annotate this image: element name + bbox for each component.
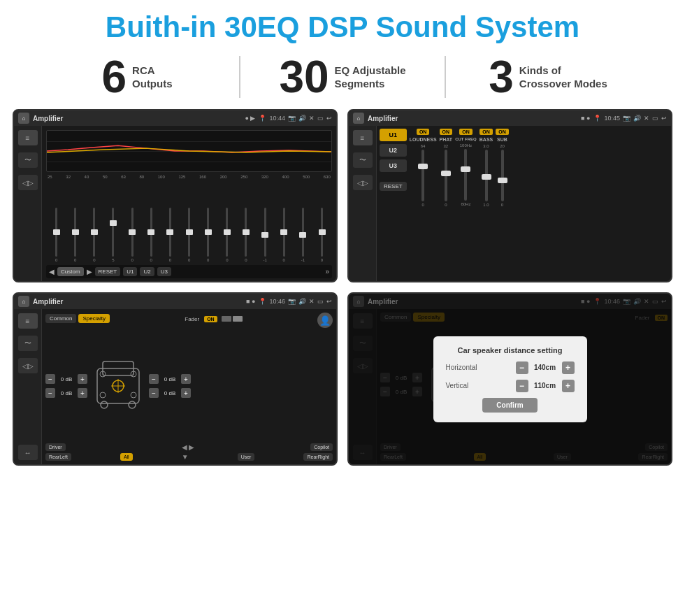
eq-next-icon[interactable]: ▶ bbox=[87, 268, 92, 275]
eq-slider-11[interactable]: -1 bbox=[257, 208, 274, 262]
sub-slider[interactable] bbox=[501, 150, 504, 201]
eq-thumb-9[interactable] bbox=[224, 229, 231, 235]
driver-btn[interactable]: Driver bbox=[45, 443, 66, 451]
eq-thumb-0[interactable] bbox=[53, 229, 60, 235]
loudness-thumb[interactable] bbox=[418, 164, 428, 169]
db-plus-bl[interactable]: + bbox=[78, 388, 87, 398]
u2-button[interactable]: U2 bbox=[380, 144, 407, 157]
bass-slider[interactable] bbox=[485, 150, 488, 201]
eq-slider-6[interactable]: 0 bbox=[161, 208, 179, 262]
right-arrow[interactable]: ▶ bbox=[189, 443, 194, 451]
horizontal-minus[interactable]: − bbox=[516, 361, 528, 374]
speaker-sidebar-wave[interactable]: 〜 bbox=[18, 336, 38, 351]
sub-on[interactable]: ON bbox=[496, 129, 509, 135]
tab-common[interactable]: Common bbox=[45, 314, 76, 323]
eq-slider-12[interactable]: 0 bbox=[275, 208, 293, 262]
home-icon[interactable]: ⌂ bbox=[18, 113, 29, 124]
bass-thumb[interactable] bbox=[482, 174, 491, 180]
eq-thumb-6[interactable] bbox=[166, 229, 173, 235]
eq-slider-7[interactable]: 0 bbox=[180, 208, 198, 262]
speaker-home-icon[interactable]: ⌂ bbox=[18, 296, 29, 307]
speaker-status-icons: 📍 10:46 📷 🔊 ✕ ▭ ↩ bbox=[259, 298, 332, 305]
eq-slider-10[interactable]: 0 bbox=[237, 208, 254, 262]
user-btn[interactable]: User bbox=[238, 453, 255, 461]
eq-slider-3[interactable]: 5 bbox=[104, 208, 122, 262]
eq-slider-8[interactable]: 0 bbox=[199, 208, 217, 262]
eq-slider-9[interactable]: 0 bbox=[218, 208, 236, 262]
eq-u3-btn[interactable]: U3 bbox=[157, 267, 171, 276]
eq-u2-btn[interactable]: U2 bbox=[140, 267, 154, 276]
rearleft-btn[interactable]: RearLeft bbox=[45, 453, 71, 461]
eq-thumb-14[interactable] bbox=[319, 229, 326, 235]
u3-button[interactable]: U3 bbox=[380, 159, 407, 172]
speaker-sidebar-eq[interactable]: ≡ bbox=[18, 313, 38, 329]
vertical-plus[interactable]: + bbox=[562, 380, 575, 392]
crossover-reset-btn[interactable]: RESET bbox=[380, 182, 407, 191]
eq-thumb-3[interactable] bbox=[110, 220, 117, 226]
confirm-button[interactable]: Confirm bbox=[482, 398, 537, 413]
db-plus-br[interactable]: + bbox=[181, 388, 191, 398]
eq-prev-icon[interactable]: ◀ bbox=[49, 268, 55, 275]
horizontal-plus[interactable]: + bbox=[562, 361, 575, 374]
rearright-btn[interactable]: RearRight bbox=[303, 453, 333, 461]
eq-u1-btn[interactable]: U1 bbox=[123, 267, 137, 276]
eq-reset-btn[interactable]: RESET bbox=[95, 267, 121, 276]
eq-thumb-2[interactable] bbox=[91, 229, 98, 235]
eq-thumb-8[interactable] bbox=[205, 229, 212, 235]
crossover-sidebar-eq[interactable]: ≡ bbox=[353, 130, 373, 145]
speaker-sidebar-4[interactable]: ↔ bbox=[18, 445, 38, 460]
speaker-sidebar-vol[interactable]: ◁▷ bbox=[18, 358, 38, 373]
db-minus-tr[interactable]: − bbox=[149, 374, 159, 384]
eq-thumb-7[interactable] bbox=[186, 229, 193, 235]
stat-divider-2 bbox=[445, 56, 446, 98]
cutfreq-on[interactable]: ON bbox=[459, 129, 473, 135]
eq-sidebar-wave[interactable]: 〜 bbox=[18, 152, 38, 168]
eq-slider-0[interactable]: 0 bbox=[48, 208, 65, 262]
copilot-btn[interactable]: Copilot bbox=[310, 443, 333, 451]
person-icon[interactable]: 👤 bbox=[317, 313, 333, 328]
fader-on-badge[interactable]: ON bbox=[204, 316, 217, 322]
vertical-minus[interactable]: − bbox=[516, 380, 528, 392]
sub-thumb[interactable] bbox=[498, 178, 507, 183]
phat-thumb[interactable] bbox=[441, 171, 451, 176]
eq-slider-13[interactable]: -1 bbox=[294, 208, 312, 262]
eq-slider-2[interactable]: 0 bbox=[85, 208, 103, 262]
all-btn[interactable]: All bbox=[120, 453, 133, 461]
eq-slider-5[interactable]: 0 bbox=[143, 208, 160, 262]
loudness-slider[interactable] bbox=[421, 150, 424, 201]
db-minus-bl[interactable]: − bbox=[45, 388, 55, 398]
eq-thumb-4[interactable] bbox=[129, 229, 136, 235]
u1-button[interactable]: U1 bbox=[380, 129, 407, 141]
crossover-home-icon[interactable]: ⌂ bbox=[353, 113, 364, 124]
eq-thumb-10[interactable] bbox=[243, 229, 250, 235]
loudness-on[interactable]: ON bbox=[417, 129, 430, 135]
eq-thumb-12[interactable] bbox=[280, 229, 287, 235]
right-db-controls: − 0 dB + − 0 dB + bbox=[149, 374, 191, 398]
eq-preset-custom[interactable]: Custom bbox=[57, 267, 84, 276]
eq-thumb-13[interactable] bbox=[299, 232, 306, 238]
crossover-sidebar-vol[interactable]: ◁▷ bbox=[353, 175, 373, 190]
crossover-sidebar-wave[interactable]: 〜 bbox=[353, 152, 373, 168]
db-plus-tl[interactable]: + bbox=[78, 374, 87, 384]
phat-slider[interactable] bbox=[445, 150, 447, 201]
eq-thumb-11[interactable] bbox=[261, 232, 268, 238]
tab-specialty[interactable]: Specialty bbox=[78, 314, 109, 323]
eq-slider-14[interactable]: 0 bbox=[313, 208, 331, 262]
phat-on[interactable]: ON bbox=[440, 129, 453, 135]
eq-slider-1[interactable]: 0 bbox=[66, 208, 84, 262]
eq-sidebar-eq[interactable]: ≡ bbox=[18, 130, 38, 145]
eq-slider-4[interactable]: 0 bbox=[124, 208, 141, 262]
left-arrow[interactable]: ◀ bbox=[182, 443, 187, 451]
db-minus-tl[interactable]: − bbox=[45, 374, 55, 384]
db-plus-tr[interactable]: + bbox=[181, 374, 191, 384]
eq-thumb-1[interactable] bbox=[72, 229, 79, 235]
cutfreq-thumb[interactable] bbox=[461, 166, 470, 172]
eq-thumb-5[interactable] bbox=[147, 229, 154, 235]
down-arrow[interactable]: ▼ bbox=[182, 453, 189, 461]
bass-on[interactable]: ON bbox=[480, 129, 493, 135]
db-minus-br[interactable]: − bbox=[149, 388, 159, 398]
speaker-camera-icon: 📷 bbox=[288, 298, 296, 305]
eq-sidebar-vol[interactable]: ◁▷ bbox=[18, 175, 38, 190]
eq-expand-icon[interactable]: » bbox=[325, 268, 329, 275]
cutfreq-slider[interactable] bbox=[464, 149, 467, 201]
